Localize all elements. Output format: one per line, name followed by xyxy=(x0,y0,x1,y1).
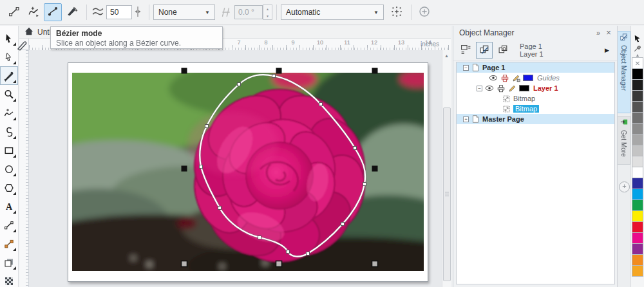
color-swatch[interactable] xyxy=(632,101,643,113)
smoothing-value-input[interactable]: 50 xyxy=(106,5,132,19)
tool-drop-shadow[interactable] xyxy=(0,253,18,272)
object-manager-panel: Object Manager » × Page 1 Layer 1 ▶ − xyxy=(453,26,617,287)
color-swatch[interactable] xyxy=(632,189,643,200)
layer-manager-view-button[interactable] xyxy=(495,42,511,59)
tool-connector[interactable] xyxy=(0,234,18,253)
tool-zoom[interactable] xyxy=(0,85,18,104)
color-swatch[interactable] xyxy=(632,254,643,266)
color-swatch[interactable] xyxy=(632,134,643,145)
toolbox: A xyxy=(0,26,19,287)
docker-tab-object-manager[interactable]: Object Manager xyxy=(618,31,630,113)
snap-to-objects-button[interactable] xyxy=(388,3,406,21)
cut-span-smoothing-icon xyxy=(91,5,105,19)
tool-pick[interactable] xyxy=(0,29,18,48)
add-docker-plus-icon[interactable]: + xyxy=(619,181,630,192)
chevron-down-icon: ▼ xyxy=(374,10,379,15)
tool-knife[interactable] xyxy=(0,66,18,85)
tree-row-bitmap-1[interactable]: Bitmap xyxy=(457,93,614,104)
tool-transparency[interactable] xyxy=(0,272,18,287)
color-swatch[interactable] xyxy=(632,145,643,156)
tool-bspline[interactable] xyxy=(0,122,18,141)
close-docker-icon[interactable]: × xyxy=(604,28,613,37)
tool-shape[interactable] xyxy=(0,48,18,66)
color-palette: ▲ ✕ xyxy=(630,26,644,287)
outline-options-dropdown[interactable]: None ▼ xyxy=(153,5,215,20)
layer-1-label[interactable]: Layer 1 xyxy=(533,84,558,92)
color-swatch[interactable] xyxy=(632,265,643,277)
tool-two-point-line[interactable] xyxy=(0,216,18,234)
scroll-up-arrow-icon[interactable]: ▲ xyxy=(442,51,451,60)
bezier-mode-button[interactable] xyxy=(44,3,62,21)
visibility-eye-icon[interactable] xyxy=(488,73,498,83)
tool-text[interactable]: A xyxy=(0,197,18,216)
color-swatch[interactable] xyxy=(632,232,643,244)
color-swatch[interactable] xyxy=(632,90,643,102)
spinner-up-icon: ▲ xyxy=(263,5,272,12)
docker-tab-get-more[interactable]: Get More xyxy=(618,116,630,165)
object-manager-tab-icon xyxy=(620,33,628,43)
tool-rectangle[interactable] xyxy=(0,141,18,160)
bitmap-2-label-selected[interactable]: Bitmap xyxy=(513,105,539,113)
snap-dots-icon xyxy=(391,6,402,19)
bitmap-1-label[interactable]: Bitmap xyxy=(513,95,535,102)
guides-color-swatch[interactable] xyxy=(523,75,533,81)
scrollbar-thumb[interactable] xyxy=(443,107,451,281)
tree-row-page-1[interactable]: − Page 1 xyxy=(457,62,614,73)
color-swatch[interactable] xyxy=(632,178,643,189)
color-swatch[interactable] xyxy=(632,79,643,91)
drawing-canvas[interactable] xyxy=(29,50,442,287)
color-swatch[interactable] xyxy=(632,68,643,80)
no-color-swatch[interactable]: ✕ xyxy=(632,57,643,69)
collapse-docker-icon[interactable]: » xyxy=(594,29,603,37)
active-layer: Layer 1 xyxy=(520,50,544,58)
guides-label[interactable]: Guides xyxy=(537,74,560,82)
visibility-eye-icon[interactable] xyxy=(484,84,494,93)
auto-close-on-cut-button[interactable] xyxy=(63,3,81,21)
collapse-expander-icon[interactable]: − xyxy=(477,86,482,91)
tree-row-master-page[interactable]: + Master Page xyxy=(457,114,614,124)
collapse-expander-icon[interactable]: − xyxy=(463,65,469,71)
vertical-scrollbar[interactable]: ▲ xyxy=(442,50,451,287)
edit-lock-pencil-icon[interactable] xyxy=(511,73,521,83)
angle-spinner[interactable]: ▲▼ xyxy=(263,5,272,20)
palette-arrow-icon[interactable] xyxy=(632,33,643,43)
expand-expander-icon[interactable]: + xyxy=(463,116,469,122)
tool-polygon[interactable] xyxy=(0,178,18,197)
printer-disabled-icon[interactable] xyxy=(500,73,509,83)
layer-manager-view-icon xyxy=(498,44,509,55)
object-manager-toolbar: Page 1 Layer 1 ▶ xyxy=(453,39,617,61)
layer-color-swatch[interactable] xyxy=(519,85,529,91)
freehand-mode-button[interactable] xyxy=(24,3,43,21)
outline-mode-dropdown[interactable]: Automatic ▼ xyxy=(281,5,384,20)
page-1-label[interactable]: Page 1 xyxy=(482,64,505,71)
color-swatch[interactable] xyxy=(632,221,643,233)
smoothing-slider-button[interactable] xyxy=(132,3,144,21)
color-swatch[interactable] xyxy=(632,156,643,167)
vertical-ruler[interactable] xyxy=(19,50,29,287)
tree-row-bitmap-2-selected[interactable]: Bitmap xyxy=(457,104,614,114)
edit-pencil-icon[interactable] xyxy=(507,84,517,93)
object-manager-title: Object Manager xyxy=(459,28,514,37)
layer-properties-button[interactable] xyxy=(457,42,474,59)
knife-rotate-icon xyxy=(66,6,78,19)
printer-icon[interactable] xyxy=(496,84,506,93)
tool-freehand[interactable] xyxy=(0,104,18,122)
two-point-line-mode-button[interactable] xyxy=(5,3,23,21)
color-swatch[interactable] xyxy=(632,199,643,211)
color-swatch[interactable] xyxy=(632,123,643,134)
color-swatch[interactable] xyxy=(632,167,643,178)
flyout-arrow-icon[interactable]: ▶ xyxy=(605,47,609,53)
eyedropper-icon[interactable] xyxy=(632,43,643,53)
master-page-label[interactable]: Master Page xyxy=(482,115,524,123)
customize-toolbar-button[interactable] xyxy=(415,3,433,21)
color-swatch[interactable] xyxy=(632,112,643,124)
tool-ellipse[interactable] xyxy=(0,160,18,178)
color-swatch[interactable] xyxy=(632,243,643,255)
home-icon[interactable] xyxy=(24,27,33,37)
angle-input[interactable]: 0.0 ° xyxy=(234,5,263,19)
rose-photo-bitmap[interactable] xyxy=(72,73,424,271)
tree-row-layer-1[interactable]: − Layer 1 xyxy=(457,83,614,93)
tree-row-guides[interactable]: Guides xyxy=(457,73,614,83)
edit-across-layers-button[interactable] xyxy=(476,42,493,59)
color-swatch[interactable] xyxy=(632,210,643,222)
